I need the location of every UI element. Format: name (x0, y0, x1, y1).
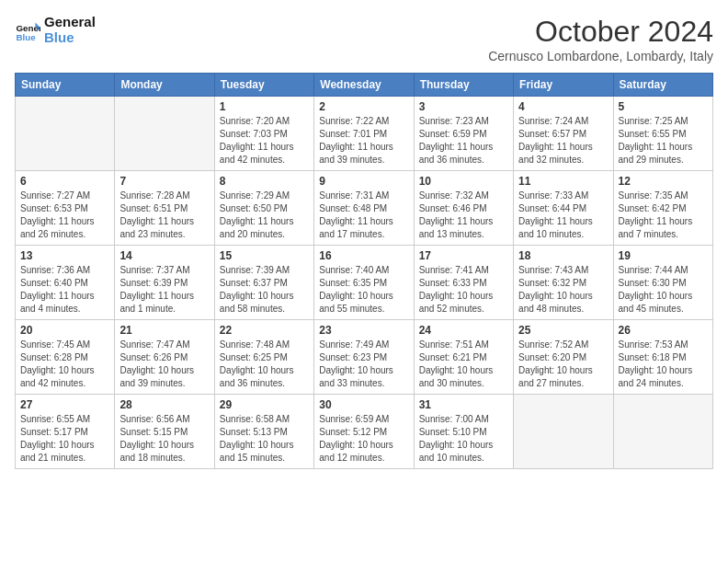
day-info: Sunrise: 6:55 AM Sunset: 5:17 PM Dayligh… (20, 413, 109, 465)
day-number: 3 (419, 100, 508, 113)
calendar-cell: 23Sunrise: 7:49 AM Sunset: 6:23 PM Dayli… (314, 320, 414, 395)
weekday-header-tuesday: Tuesday (214, 74, 313, 97)
weekday-header-sunday: Sunday (16, 74, 115, 97)
calendar-week-5: 27Sunrise: 6:55 AM Sunset: 5:17 PM Dayli… (16, 395, 713, 469)
day-number: 6 (20, 175, 109, 188)
day-number: 1 (220, 100, 309, 113)
day-number: 12 (619, 175, 708, 188)
calendar-cell: 2Sunrise: 7:22 AM Sunset: 7:01 PM Daylig… (314, 97, 414, 171)
title-block: October 2024 Cernusco Lombardone, Lombar… (488, 15, 713, 63)
day-info: Sunrise: 7:48 AM Sunset: 6:25 PM Dayligh… (220, 339, 309, 390)
day-number: 21 (119, 324, 209, 337)
day-info: Sunrise: 7:31 AM Sunset: 6:48 PM Dayligh… (319, 190, 408, 241)
calendar-cell: 1Sunrise: 7:20 AM Sunset: 7:03 PM Daylig… (214, 97, 313, 171)
calendar-cell: 14Sunrise: 7:37 AM Sunset: 6:39 PM Dayli… (115, 246, 214, 320)
day-number: 20 (20, 324, 109, 337)
day-info: Sunrise: 7:51 AM Sunset: 6:21 PM Dayligh… (419, 339, 508, 390)
calendar-cell: 9Sunrise: 7:31 AM Sunset: 6:48 PM Daylig… (314, 171, 414, 246)
calendar-cell: 31Sunrise: 7:00 AM Sunset: 5:10 PM Dayli… (414, 395, 513, 469)
weekday-header-monday: Monday (115, 74, 214, 97)
calendar-cell: 13Sunrise: 7:36 AM Sunset: 6:40 PM Dayli… (16, 246, 115, 320)
calendar-cell: 21Sunrise: 7:47 AM Sunset: 6:26 PM Dayli… (115, 320, 214, 395)
calendar-cell: 10Sunrise: 7:32 AM Sunset: 6:46 PM Dayli… (414, 171, 513, 246)
page-header: General Blue General Blue October 2024 C… (15, 15, 713, 63)
day-number: 8 (220, 175, 309, 188)
day-number: 2 (319, 100, 408, 113)
calendar-week-3: 13Sunrise: 7:36 AM Sunset: 6:40 PM Dayli… (16, 246, 713, 320)
calendar-cell: 8Sunrise: 7:29 AM Sunset: 6:50 PM Daylig… (214, 171, 313, 246)
day-info: Sunrise: 7:22 AM Sunset: 7:01 PM Dayligh… (319, 115, 408, 167)
day-info: Sunrise: 6:59 AM Sunset: 5:12 PM Dayligh… (319, 413, 408, 465)
calendar-cell: 18Sunrise: 7:43 AM Sunset: 6:32 PM Dayli… (514, 246, 613, 320)
weekday-header-friday: Friday (514, 74, 613, 97)
calendar-table: SundayMondayTuesdayWednesdayThursdayFrid… (15, 73, 713, 469)
day-info: Sunrise: 7:49 AM Sunset: 6:23 PM Dayligh… (319, 339, 408, 390)
day-number: 27 (20, 398, 109, 411)
day-info: Sunrise: 7:39 AM Sunset: 6:37 PM Dayligh… (220, 264, 309, 316)
calendar-cell (16, 97, 115, 171)
calendar-cell: 25Sunrise: 7:52 AM Sunset: 6:20 PM Dayli… (514, 320, 613, 395)
weekday-header-saturday: Saturday (613, 74, 712, 97)
day-info: Sunrise: 6:56 AM Sunset: 5:15 PM Dayligh… (119, 413, 209, 465)
day-info: Sunrise: 7:41 AM Sunset: 6:33 PM Dayligh… (419, 264, 508, 316)
calendar-cell: 12Sunrise: 7:35 AM Sunset: 6:42 PM Dayli… (613, 171, 712, 246)
calendar-cell: 22Sunrise: 7:48 AM Sunset: 6:25 PM Dayli… (214, 320, 313, 395)
day-info: Sunrise: 7:27 AM Sunset: 6:53 PM Dayligh… (20, 190, 109, 241)
day-number: 28 (119, 398, 209, 411)
calendar-cell: 16Sunrise: 7:40 AM Sunset: 6:35 PM Dayli… (314, 246, 414, 320)
logo-general: General (44, 15, 96, 30)
day-info: Sunrise: 7:24 AM Sunset: 6:57 PM Dayligh… (518, 115, 608, 167)
day-number: 30 (319, 398, 408, 411)
day-number: 16 (319, 249, 408, 262)
svg-text:Blue: Blue (16, 32, 36, 42)
calendar-cell: 7Sunrise: 7:28 AM Sunset: 6:51 PM Daylig… (115, 171, 214, 246)
calendar-week-1: 1Sunrise: 7:20 AM Sunset: 7:03 PM Daylig… (16, 97, 713, 171)
day-info: Sunrise: 7:28 AM Sunset: 6:51 PM Dayligh… (119, 190, 209, 241)
calendar-cell: 26Sunrise: 7:53 AM Sunset: 6:18 PM Dayli… (613, 320, 712, 395)
calendar-cell: 5Sunrise: 7:25 AM Sunset: 6:55 PM Daylig… (613, 97, 712, 171)
day-info: Sunrise: 7:25 AM Sunset: 6:55 PM Dayligh… (619, 115, 708, 167)
day-number: 9 (319, 175, 408, 188)
day-number: 11 (518, 175, 608, 188)
calendar-cell (514, 395, 613, 469)
calendar-cell: 17Sunrise: 7:41 AM Sunset: 6:33 PM Dayli… (414, 246, 513, 320)
day-info: Sunrise: 7:37 AM Sunset: 6:39 PM Dayligh… (119, 264, 209, 316)
location-subtitle: Cernusco Lombardone, Lombardy, Italy (488, 49, 713, 63)
calendar-cell: 19Sunrise: 7:44 AM Sunset: 6:30 PM Dayli… (613, 246, 712, 320)
calendar-week-4: 20Sunrise: 7:45 AM Sunset: 6:28 PM Dayli… (16, 320, 713, 395)
calendar-cell (613, 395, 712, 469)
day-number: 17 (419, 249, 508, 262)
logo-icon: General Blue (15, 17, 40, 43)
day-number: 4 (518, 100, 608, 113)
day-number: 31 (419, 398, 508, 411)
calendar-header-row: SundayMondayTuesdayWednesdayThursdayFrid… (16, 74, 713, 97)
calendar-cell: 6Sunrise: 7:27 AM Sunset: 6:53 PM Daylig… (16, 171, 115, 246)
calendar-cell: 27Sunrise: 6:55 AM Sunset: 5:17 PM Dayli… (16, 395, 115, 469)
calendar-cell: 30Sunrise: 6:59 AM Sunset: 5:12 PM Dayli… (314, 395, 414, 469)
weekday-header-wednesday: Wednesday (314, 74, 414, 97)
calendar-cell: 20Sunrise: 7:45 AM Sunset: 6:28 PM Dayli… (16, 320, 115, 395)
day-number: 10 (419, 175, 508, 188)
day-number: 13 (20, 249, 109, 262)
calendar-cell: 4Sunrise: 7:24 AM Sunset: 6:57 PM Daylig… (514, 97, 613, 171)
day-info: Sunrise: 7:35 AM Sunset: 6:42 PM Dayligh… (619, 190, 708, 241)
day-info: Sunrise: 7:33 AM Sunset: 6:44 PM Dayligh… (518, 190, 608, 241)
day-info: Sunrise: 7:44 AM Sunset: 6:30 PM Dayligh… (619, 264, 708, 316)
day-number: 7 (119, 175, 209, 188)
day-info: Sunrise: 7:45 AM Sunset: 6:28 PM Dayligh… (20, 339, 109, 390)
calendar-cell: 15Sunrise: 7:39 AM Sunset: 6:37 PM Dayli… (214, 246, 313, 320)
day-number: 18 (518, 249, 608, 262)
logo-blue: Blue (44, 30, 96, 46)
calendar-cell: 28Sunrise: 6:56 AM Sunset: 5:15 PM Dayli… (115, 395, 214, 469)
day-info: Sunrise: 7:23 AM Sunset: 6:59 PM Dayligh… (419, 115, 508, 167)
day-number: 5 (619, 100, 708, 113)
day-number: 24 (419, 324, 508, 337)
calendar-cell: 3Sunrise: 7:23 AM Sunset: 6:59 PM Daylig… (414, 97, 513, 171)
weekday-header-thursday: Thursday (414, 74, 513, 97)
day-info: Sunrise: 7:40 AM Sunset: 6:35 PM Dayligh… (319, 264, 408, 316)
day-info: Sunrise: 7:53 AM Sunset: 6:18 PM Dayligh… (619, 339, 708, 390)
day-info: Sunrise: 7:52 AM Sunset: 6:20 PM Dayligh… (518, 339, 608, 390)
calendar-week-2: 6Sunrise: 7:27 AM Sunset: 6:53 PM Daylig… (16, 171, 713, 246)
day-info: Sunrise: 7:20 AM Sunset: 7:03 PM Dayligh… (220, 115, 309, 167)
day-info: Sunrise: 7:47 AM Sunset: 6:26 PM Dayligh… (119, 339, 209, 390)
